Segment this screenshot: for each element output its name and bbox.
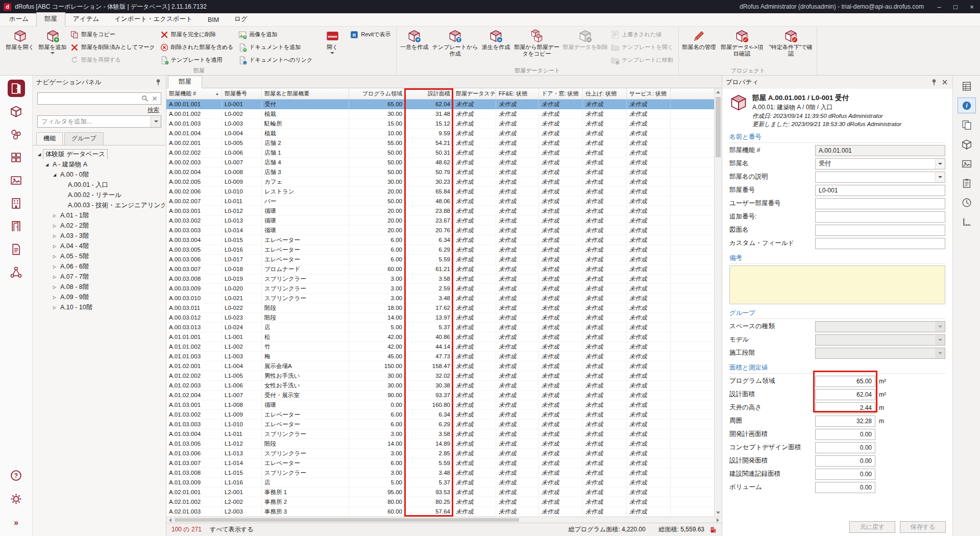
nav-tab-groups[interactable]: グループ	[64, 132, 104, 145]
create-unique-button[interactable]: +一意を作成	[398, 28, 431, 51]
help-button[interactable]: ?	[8, 467, 25, 484]
table-row[interactable]: A.00.03.001L0-012循環20.0023.88未作成未作成未作成未作…	[166, 206, 722, 216]
table-row[interactable]: A.00.01.003L0-003駐輪所15.0015.12未作成未作成未作成未…	[166, 119, 722, 129]
user-room-number-input[interactable]	[815, 198, 945, 209]
expand-button[interactable]: »	[8, 514, 25, 531]
room-name-select[interactable]: 受付	[815, 158, 945, 169]
tree-node[interactable]: ▷A.01 - 1階	[34, 210, 165, 221]
items-module-button[interactable]	[8, 103, 25, 120]
copy-rooms-button[interactable]: 部屋をコピー	[69, 28, 159, 41]
tree-node[interactable]: ▷A.04 - 4階	[34, 241, 165, 251]
table-row[interactable]: A.00.03.007L0-018プロムナード60.0061.21未作成未作成未…	[166, 264, 722, 274]
room-number-input[interactable]: L0-001	[815, 185, 945, 196]
drawing-name-input[interactable]	[815, 225, 945, 236]
tree-node[interactable]: ▷A.09 - 9階	[34, 292, 165, 302]
table-row[interactable]: A.00.03.002L0-013循環20.0023.67未作成未作成未作成未作…	[166, 216, 722, 226]
table-row[interactable]: A.01.02.003L1-006女性お手洗い30.0030.38未作成未作成未…	[166, 381, 722, 391]
table-row[interactable]: A.00.01.001L0-001受付65.0062.04未作成未作成未作成未作…	[166, 100, 722, 109]
tree-node[interactable]: ▷A.05 - 5階	[34, 251, 165, 261]
table-row[interactable]: A.00.02.002L0-006店舗 150.0050.31未作成未作成未作成…	[166, 148, 722, 158]
revit-button[interactable]: RRevitで表示	[349, 28, 394, 41]
menu-tab-log[interactable]: ログ	[227, 13, 255, 26]
table-row[interactable]: A.00.03.012L0-023階段14.0013.97未作成未作成未作成未作…	[166, 313, 722, 323]
table-row[interactable]: A.00.02.001L0-005店舗 255.0054.21未作成未作成未作成…	[166, 138, 722, 148]
scroll-right-icon[interactable]	[714, 517, 722, 523]
close-button[interactable]: ×	[964, 0, 980, 13]
add-room-button[interactable]: +部屋を追加	[36, 28, 69, 54]
menu-tab-bim[interactable]: BIM	[200, 14, 227, 26]
column-header-ffe-status[interactable]: FF&E: 状態	[496, 88, 539, 99]
delete-roomdata-button[interactable]: ×部屋データを削除	[561, 28, 610, 51]
table-row[interactable]: A.02.01.002L2-002事務所 280.0080.25未作成未作成未作…	[166, 497, 722, 507]
table-row[interactable]: A.01.03.007L1-014エレベーター6.005.59未作成未作成未作成…	[166, 458, 722, 468]
table-row[interactable]: A.00.03.011L0-022階段18.0017.62未作成未作成未作成未作…	[166, 303, 722, 313]
table-row[interactable]: A.01.03.009L1-016店5.005.37未作成未作成未作成未作成未作…	[166, 478, 722, 488]
tree-expander-icon[interactable]: ▷	[51, 213, 58, 218]
items-panel-button[interactable]	[958, 175, 976, 191]
products-module-button[interactable]	[8, 126, 25, 143]
column-header-room-function[interactable]: 部屋機能 #▲	[166, 88, 222, 99]
design-development-area-input[interactable]: 0.00	[815, 455, 875, 467]
table-row[interactable]: A.00.02.007L0-011バー50.0048.06未作成未作成未作成未作…	[166, 197, 722, 206]
open-room-button[interactable]: 部屋を開く	[4, 28, 36, 51]
model-select[interactable]	[815, 334, 945, 346]
show-all-link[interactable]: すべて表示する	[210, 525, 253, 534]
construction-stage-select[interactable]	[815, 348, 945, 359]
undo-button[interactable]: 元に戻す	[849, 521, 895, 533]
link-document-button[interactable]: →ドキュメントへのリンク	[237, 54, 316, 66]
program-area-input[interactable]: 65.00	[815, 376, 875, 387]
overridden-values-button[interactable]: 上書きされた値	[609, 28, 677, 41]
tree-node[interactable]: A.00.02 - リテール	[34, 190, 165, 200]
tree-expander-icon[interactable]: ▷	[51, 305, 58, 310]
pin-icon[interactable]	[930, 78, 938, 86]
images-module-button[interactable]	[8, 172, 25, 189]
volume-input[interactable]: 0.00	[815, 482, 875, 493]
table-row[interactable]: A.01.01.001L1-001松42.0040.86未作成未作成未作成未作成…	[166, 332, 722, 342]
scroll-left-icon[interactable]	[166, 517, 174, 523]
table-row[interactable]: A.01.02.002L1-005男性お手洗い30.0032.02未作成未作成未…	[166, 371, 722, 381]
tree-node[interactable]: ◢A - 建築物 A	[34, 159, 165, 169]
tree-node[interactable]: ▷A.10 - 10階	[34, 302, 165, 312]
column-header-room-name[interactable]: 部屋名と部屋概要	[262, 88, 349, 99]
table-row[interactable]: A.00.03.008L0-019スプリンクラー3.003.58未作成未作成未作…	[166, 274, 722, 284]
construction-record-area-input[interactable]: 0.00	[815, 469, 875, 480]
close-panel-icon[interactable]	[941, 78, 949, 86]
www-open-button[interactable]: www開く	[316, 28, 349, 54]
perimeter-input[interactable]: 32.28	[815, 416, 875, 427]
table-row[interactable]: A.01.01.003L1-003梅45.0047.73未作成未作成未作成未作成…	[166, 352, 722, 361]
tree-node[interactable]: ◢体験版 データベース	[34, 149, 165, 159]
chevron-down-icon[interactable]	[151, 116, 161, 127]
table-row[interactable]: A.01.01.002L1-002竹42.0044.14未作成未作成未作成未作成…	[166, 342, 722, 352]
create-derived-button[interactable]: »派生を作成	[480, 28, 512, 51]
tab-rooms[interactable]: 部屋	[168, 76, 202, 88]
tree-node[interactable]: ▷A.02 - 2階	[34, 221, 165, 231]
search-link[interactable]: 検索	[33, 105, 166, 114]
table-row[interactable]: A.01.03.005L1-012階段14.0014.89未作成未作成未作成未作…	[166, 439, 722, 449]
room-datasheet-panel-button[interactable]	[958, 78, 976, 94]
tree-expander-icon[interactable]: ▷	[51, 254, 58, 259]
maximize-button[interactable]: □	[947, 0, 964, 13]
add-filter-select[interactable]: フィルタを追加...	[37, 115, 161, 128]
menu-tab-import-export[interactable]: インポート・エクスポート	[107, 13, 200, 26]
tree-expander-icon[interactable]: ▷	[51, 285, 58, 289]
additional-number-input[interactable]	[815, 211, 945, 223]
column-header-door-window-status[interactable]: ドア・窓: 状態	[539, 88, 583, 99]
bim-panel-button[interactable]	[958, 136, 976, 152]
mark-room-deleted-button[interactable]: 部屋を削除済みとしてマーク	[69, 41, 159, 54]
buildings-module-button[interactable]	[8, 194, 25, 212]
horizontal-scrollbar-thumb[interactable]	[175, 518, 519, 522]
tree-node[interactable]: A.00.01 - 入口	[34, 180, 165, 190]
column-header-finish-status[interactable]: 仕上げ: 状態	[583, 88, 627, 99]
log-panel-button[interactable]	[958, 194, 976, 210]
systems-module-button[interactable]	[8, 149, 25, 166]
room-function-number-input[interactable]: A.00.01.001	[815, 145, 945, 156]
info-panel-button[interactable]: i	[958, 98, 976, 113]
column-header-room-data-status[interactable]: 部屋データステータス	[453, 88, 496, 99]
tree-expander-icon[interactable]: ◢	[51, 173, 58, 177]
tree-expander-icon[interactable]: ◢	[43, 162, 51, 167]
menu-tab-rooms[interactable]: 部屋	[36, 12, 65, 27]
table-row[interactable]: A.00.01.002L0-002植栽30.0031.48未作成未作成未作成未作…	[166, 109, 722, 119]
copy-roomdata-button[interactable]: 部屋から部屋データをコピー	[512, 28, 561, 57]
move-template-button[interactable]: →テンプレートに移動	[609, 54, 677, 66]
relations-module-button[interactable]	[8, 263, 25, 281]
